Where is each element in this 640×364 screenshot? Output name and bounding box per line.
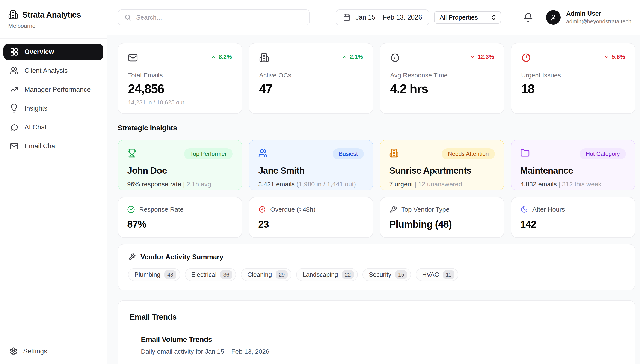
insight-card-needs-attention: Needs Attention Sunrise Apartments 7 urg… <box>380 140 504 190</box>
clock-alert-icon <box>258 206 266 213</box>
moon-icon <box>520 206 528 213</box>
trend-indicator: 5.6% <box>604 54 625 60</box>
sidebar-item-ai-chat[interactable]: AI Chat <box>4 119 103 136</box>
kpi-card-avg-response-time: 12.3% Avg Response Time 4.2 hrs <box>380 43 504 114</box>
trend-indicator: 8.2% <box>211 54 232 60</box>
insight-name: John Doe <box>127 166 233 176</box>
stat-card-after-hours: After Hours 142 <box>511 197 635 238</box>
trend-indicator: 2.1% <box>342 54 363 60</box>
trending-up-icon <box>10 85 19 94</box>
dashboard-grid-icon <box>10 48 19 56</box>
sidebar-item-email-chat[interactable]: Email Chat <box>4 138 103 154</box>
kpi-label: Total Emails <box>128 72 232 79</box>
insight-name: Maintenance <box>520 166 626 176</box>
chevrons-up-down-icon <box>478 14 497 21</box>
sidebar-footer: Settings <box>0 340 107 364</box>
kpi-card-active-ocs: 2.1% Active OCs 47 <box>249 43 373 114</box>
stat-card-overdue: Overdue (>48h) 23 <box>249 197 373 238</box>
chevron-down-icon <box>604 54 609 60</box>
insight-detail: 4,832 emails | 312 this week <box>520 180 626 188</box>
stat-label: Overdue (>48h) <box>270 206 315 213</box>
sidebar-item-client-analysis[interactable]: Client Analysis <box>4 62 103 79</box>
insight-detail: 3,421 emails (1,980 in / 1,441 out) <box>258 180 364 188</box>
topbar: Jan 15 – Feb 13, 2026 All Properties Adm… <box>107 0 640 35</box>
lightbulb-icon <box>10 104 19 113</box>
main-area: Jan 15 – Feb 13, 2026 All Properties Adm… <box>107 0 640 364</box>
vendor-chip-hvac[interactable]: HVAC11 <box>416 268 458 281</box>
clock-icon <box>390 53 400 62</box>
sidebar-item-label: Client Analysis <box>25 67 68 74</box>
status-badge: Top Performer <box>184 148 233 160</box>
chip-count: 48 <box>164 270 176 279</box>
date-range-label: Jan 15 – Feb 13, 2026 <box>355 14 422 21</box>
vendor-chip-electrical[interactable]: Electrical36 <box>185 268 236 281</box>
folder-icon <box>520 148 530 158</box>
building-icon <box>389 148 399 158</box>
search-input[interactable] <box>136 14 303 21</box>
kpi-label: Active OCs <box>259 72 363 79</box>
search-box <box>118 10 310 25</box>
users-icon <box>10 66 19 75</box>
stat-card-response-rate: Response Rate 87% <box>118 197 242 238</box>
settings-label: Settings <box>23 348 47 355</box>
sidebar-item-insights[interactable]: Insights <box>4 100 103 117</box>
user-icon <box>550 14 557 21</box>
sidebar-item-manager-performance[interactable]: Manager Performance <box>4 81 103 98</box>
vendor-chips: Plumbing48 Electrical36 Cleaning29 Lands… <box>128 268 625 281</box>
users-icon <box>258 148 268 158</box>
search-icon <box>124 14 132 21</box>
email-trends-title: Email Trends <box>130 312 623 322</box>
trophy-icon <box>127 148 137 158</box>
sidebar: Strata Analytics Melbourne Overview Clie… <box>0 0 107 364</box>
kpi-card-urgent-issues: 5.6% Urgent Issues 18 <box>511 43 635 114</box>
chevron-up-icon <box>211 54 216 60</box>
insight-detail: 7 urgent | 12 unanswered <box>389 180 495 188</box>
chevron-down-icon <box>470 54 475 60</box>
quick-stats-grid: Response Rate 87% Overdue (>48h) 23 Top … <box>118 197 635 238</box>
vendor-chip-landscaping[interactable]: Landscaping22 <box>296 268 358 281</box>
alert-circle-icon <box>521 53 531 62</box>
vendor-chip-plumbing[interactable]: Plumbing48 <box>128 268 180 281</box>
sidebar-item-label: Overview <box>25 48 54 56</box>
sidebar-item-label: Insights <box>25 104 48 112</box>
sidebar-nav: Overview Client Analysis Manager Perform… <box>0 39 107 340</box>
vendor-chip-security[interactable]: Security15 <box>362 268 411 281</box>
building-icon <box>259 53 269 62</box>
status-badge: Busiest <box>333 148 364 160</box>
sidebar-item-label: Email Chat <box>25 142 57 150</box>
vendor-chip-cleaning[interactable]: Cleaning29 <box>241 268 291 281</box>
status-badge: Needs Attention <box>442 148 495 160</box>
mail-icon <box>128 53 138 62</box>
insight-grid: Top Performer John Doe 96% response rate… <box>118 140 635 190</box>
chart-title: Email Volume Trends <box>141 335 623 344</box>
property-filter-select[interactable]: All Properties <box>434 11 501 24</box>
stat-value: 23 <box>258 218 364 230</box>
stat-value: 87% <box>127 218 233 230</box>
insight-name: Sunrise Apartments <box>389 166 495 176</box>
chart-subtitle: Daily email activity for Jan 15 – Feb 13… <box>141 348 623 355</box>
vendor-activity-summary-card: Vendor Activity Summary Plumbing48 Elect… <box>118 244 635 290</box>
kpi-value: 47 <box>259 82 363 96</box>
message-circle-icon <box>10 123 19 132</box>
insight-name: Jane Smith <box>258 166 364 176</box>
date-range-button[interactable]: Jan 15 – Feb 13, 2026 <box>336 10 429 25</box>
kpi-subtext: 14,231 in / 10,625 out <box>128 99 232 106</box>
sidebar-item-overview[interactable]: Overview <box>4 44 103 60</box>
property-filter-value: All Properties <box>440 14 478 21</box>
stat-label: After Hours <box>532 206 565 213</box>
calendar-icon <box>343 14 351 21</box>
kpi-card-total-emails: 8.2% Total Emails 24,856 14,231 in / 10,… <box>118 43 242 114</box>
notifications-button[interactable] <box>523 12 533 22</box>
kpi-value: 18 <box>521 82 625 96</box>
vendor-summary-title: Vendor Activity Summary <box>141 253 224 261</box>
stat-card-top-vendor-type: Top Vendor Type Plumbing (48) <box>380 197 504 238</box>
sidebar-item-settings[interactable]: Settings <box>10 347 97 356</box>
kpi-label: Avg Response Time <box>390 72 494 79</box>
app-subtitle: Melbourne <box>8 23 99 29</box>
strategic-insights-title: Strategic Insights <box>118 124 635 132</box>
stat-value: Plumbing (48) <box>389 218 495 230</box>
kpi-grid: 8.2% Total Emails 24,856 14,231 in / 10,… <box>118 43 635 114</box>
user-name: Admin User <box>566 10 631 17</box>
user-menu[interactable]: Admin User admin@beyondstrata.tech <box>546 10 631 25</box>
avatar <box>546 10 561 25</box>
